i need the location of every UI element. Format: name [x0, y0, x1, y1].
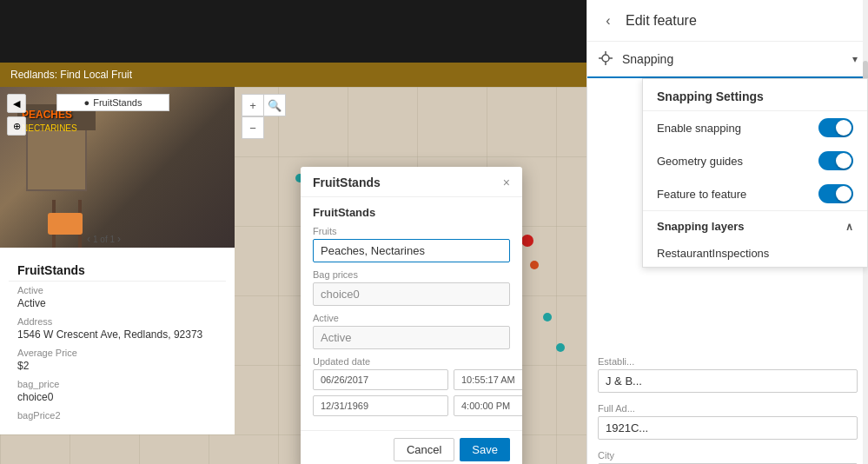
geometry-guides-label: Geometry guides — [657, 155, 743, 168]
bag-price2-field: bagPrice2 — [9, 407, 226, 426]
search-icon: 🔍 — [268, 99, 282, 112]
avg-price-value: $2 — [17, 360, 217, 372]
left-info-panel: FruitStands Active Active Address 1546 W… — [0, 248, 235, 434]
geometry-guides-row: Geometry guides — [643, 144, 867, 177]
left-panel-title: FruitStands — [9, 256, 226, 282]
back-arrow-icon: ◀ — [13, 98, 20, 109]
compass-icon: ⊕ — [13, 121, 21, 132]
active-field: Active Active — [9, 282, 226, 313]
address-label: Address — [17, 316, 217, 327]
full-address-field: Full Ad... — [598, 403, 858, 440]
bag-price-label: bag_price — [17, 379, 217, 389]
snapping-layer-item[interactable]: RestaurantInspections — [643, 240, 867, 267]
edit-feature-title: Edit feature — [626, 13, 697, 29]
avg-price-field: Average Price $2 — [9, 344, 226, 375]
map-back-btn[interactable]: ◀ — [7, 94, 26, 113]
map-search-btn[interactable]: 🔍 — [263, 94, 286, 116]
estab-input[interactable] — [598, 369, 858, 393]
app-title: Redlands: Find Local Fruit — [10, 69, 132, 81]
photo-prev-btn[interactable]: ‹ — [87, 233, 90, 245]
time2-input[interactable] — [454, 395, 522, 416]
snapping-settings-title: Snapping Settings — [643, 79, 867, 111]
right-panel-fields: Establi... Full Ad... City County State … — [587, 348, 868, 464]
edit-modal: FruitStands × FruitStands Fruits Bag pri… — [301, 167, 522, 464]
map-dark-top — [0, 0, 586, 63]
right-panel: ‹ Edit feature Snapping ▾ Snapping Setti… — [586, 0, 868, 464]
photo-counter: 1 of 1 — [93, 235, 115, 244]
modal-body: FruitStands Fruits Bag prices Active Upd… — [301, 197, 522, 430]
estab-label: Establi... — [598, 356, 858, 367]
snapping-layers-header[interactable]: Snapping layers ∧ — [643, 210, 867, 240]
edit-feature-header: ‹ Edit feature — [587, 0, 868, 42]
snapping-dropdown-icon: ▾ — [852, 53, 858, 65]
back-button[interactable]: ‹ — [598, 10, 619, 31]
modal-subtitle: FruitStands — [313, 206, 510, 219]
updated-date-label: Updated date — [313, 356, 510, 367]
modal-footer: Cancel Save — [301, 430, 522, 464]
map-dot[interactable] — [543, 313, 552, 321]
active-value: Active — [17, 297, 217, 309]
zoom-out-btn[interactable]: − — [242, 116, 264, 139]
feature-to-feature-row: Feature to feature — [643, 177, 867, 210]
photo-nav: ‹ 1 of 1 › — [87, 233, 121, 245]
snapping-layers-chevron: ∧ — [845, 221, 853, 233]
cancel-button[interactable]: Cancel — [394, 438, 454, 461]
snapping-settings-dropdown: Snapping Settings Enable snapping Geomet… — [642, 78, 868, 268]
save-button[interactable]: Save — [460, 438, 510, 461]
bag-prices-label: Bag prices — [313, 269, 510, 280]
city-field: City — [598, 450, 858, 464]
bag-price-value: choice0 — [17, 391, 217, 403]
full-address-label: Full Ad... — [598, 403, 858, 414]
snapping-icon — [598, 50, 615, 68]
fruits-field: Fruits — [313, 226, 510, 269]
full-address-input[interactable] — [598, 416, 858, 440]
avg-price-label: Average Price — [17, 348, 217, 358]
fruits-label: Fruits — [313, 226, 510, 236]
enable-snapping-row: Enable snapping — [643, 111, 867, 144]
geometry-guides-toggle[interactable] — [818, 151, 853, 170]
layer-name: FruitStands — [93, 97, 142, 108]
bag-prices-field: Bag prices — [313, 269, 510, 313]
layer-label: ● FruitStands — [56, 94, 169, 111]
zoom-in-btn[interactable]: + — [242, 94, 264, 116]
address-value: 1546 W Crescent Ave, Redlands, 92373 — [17, 328, 217, 341]
city-label: City — [598, 450, 858, 461]
updated-date-field: Updated date — [313, 356, 510, 416]
back-chevron-icon: ‹ — [606, 13, 610, 29]
active-field: Active — [313, 313, 510, 356]
snapping-bar[interactable]: Snapping ▾ — [587, 42, 868, 78]
fruits-input[interactable] — [313, 239, 510, 262]
estab-field: Establi... — [598, 356, 858, 393]
modal-title: FruitStands — [313, 176, 381, 189]
date2-input[interactable] — [313, 395, 448, 416]
map-dot[interactable] — [521, 235, 533, 247]
date1-input[interactable] — [313, 369, 448, 390]
photo-next-btn[interactable]: › — [117, 233, 121, 245]
bag-price2-label: bagPrice2 — [17, 410, 217, 421]
active-field-label: Active — [313, 313, 510, 323]
compass-btn[interactable]: ⊕ — [7, 116, 26, 136]
time1-input[interactable] — [454, 369, 522, 390]
enable-snapping-toggle[interactable] — [818, 118, 853, 137]
bag-prices-input[interactable] — [313, 282, 510, 306]
bag-price-field: bag_price choice0 — [9, 375, 226, 407]
layer-icon: ● — [84, 97, 90, 108]
date-row-2 — [313, 395, 510, 416]
active-label: Active — [17, 285, 217, 295]
map-toolbar: + − — [242, 94, 264, 139]
app-title-bar: Redlands: Find Local Fruit — [0, 63, 586, 87]
date-row-1 — [313, 369, 510, 390]
feature-to-feature-label: Feature to feature — [657, 188, 746, 201]
snapping-label: Snapping — [622, 52, 852, 66]
snapping-layers-title: Snapping layers — [657, 220, 744, 233]
svg-point-0 — [602, 55, 609, 62]
feature-to-feature-toggle[interactable] — [818, 184, 853, 203]
active-input[interactable] — [313, 326, 510, 349]
address-field: Address 1546 W Crescent Ave, Redlands, 9… — [9, 313, 226, 344]
map-dot[interactable] — [530, 261, 539, 269]
modal-header: FruitStands × — [301, 167, 522, 197]
map-dot[interactable] — [556, 343, 565, 352]
modal-close-btn[interactable]: × — [503, 176, 510, 189]
enable-snapping-label: Enable snapping — [657, 122, 741, 135]
